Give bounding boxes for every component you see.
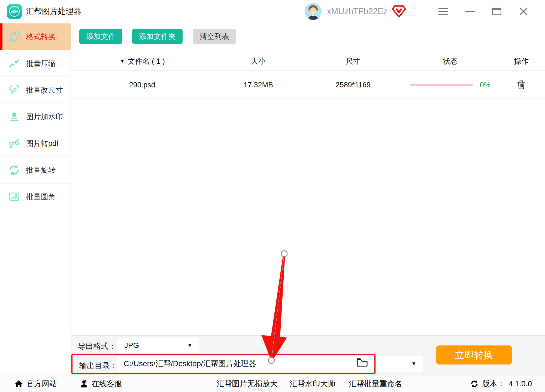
- titlebar: 汇帮图片处理器 xMUzhTFb22Ez: [0, 0, 545, 23]
- sidebar-item-batch-rotate[interactable]: 批量旋转: [0, 157, 71, 183]
- link-batch-rename[interactable]: 汇帮批量重命名: [349, 375, 402, 392]
- sidebar-item-label: 批量压缩: [26, 59, 56, 68]
- export-panel: 导出格式： JPG ▼ 输出目录： C:/Users/汇帮/Desktop/汇帮…: [71, 335, 545, 375]
- folder-icon: [356, 357, 368, 367]
- sidebar-item-batch-rounded-corner[interactable]: 批量圆角: [0, 183, 71, 210]
- close-icon: [519, 7, 528, 16]
- sidebar-item-image-to-pdf[interactable]: 图片转pdf: [0, 130, 71, 157]
- link-label: 汇帮批量重命名: [349, 379, 402, 389]
- output-dir-select[interactable]: C:/Users/汇帮/Desktop/汇帮图片处理器 ▼: [117, 356, 423, 372]
- column-header-filename[interactable]: ▼ 文件名 ( 1 ): [71, 56, 213, 66]
- link-label: 汇帮水印大师: [290, 379, 335, 389]
- sidebar-item-label: 批量圆角: [26, 192, 56, 202]
- clear-list-button[interactable]: 清空列表: [193, 29, 236, 44]
- export-format-value: JPG: [124, 341, 139, 350]
- browse-folder-button[interactable]: [356, 357, 368, 368]
- add-file-button[interactable]: 添加文件: [79, 29, 122, 44]
- cell-status: 0%: [403, 81, 498, 89]
- official-site-label: 官方网站: [26, 379, 57, 389]
- main-content: 添加文件 添加文件夹 清空列表 ▼ 文件名 ( 1 ) 大小 尺寸 状态 操作 …: [71, 23, 545, 335]
- maximize-icon: [492, 8, 501, 15]
- avatar-image: [305, 3, 322, 20]
- rotate-icon: [8, 164, 20, 176]
- column-header-dimensions: 尺寸: [303, 56, 403, 66]
- column-header-size: 大小: [213, 56, 303, 66]
- online-service-link[interactable]: 在线客服: [72, 375, 130, 392]
- user-account[interactable]: xMUzhTFb22Ez: [305, 3, 406, 20]
- table-header: ▼ 文件名 ( 1 ) 大小 尺寸 状态 操作: [71, 52, 545, 71]
- cell-filename: 290.psd: [71, 81, 213, 89]
- trash-icon: [517, 80, 526, 90]
- link-lossless-enlarge[interactable]: 汇帮图片无损放大: [217, 375, 278, 392]
- sidebar-item-batch-resize[interactable]: 批量改尺寸: [0, 77, 71, 103]
- sidebar-item-batch-compress[interactable]: 批量压缩: [0, 50, 71, 77]
- export-format-label: 导出格式：: [78, 341, 116, 351]
- app-title: 汇帮图片处理器: [26, 6, 81, 17]
- online-service-label: 在线客服: [92, 379, 122, 389]
- cell-size: 17.32MB: [213, 81, 303, 89]
- column-header-label: 文件名 ( 1 ): [128, 56, 165, 66]
- window-controls: [430, 3, 537, 20]
- output-dir-label: 输出目录：: [79, 361, 117, 371]
- rounded-image-icon: [8, 191, 20, 203]
- compress-icon: [8, 57, 20, 69]
- format-convert-icon: [8, 31, 20, 43]
- sidebar-item-label: 图片转pdf: [26, 139, 59, 148]
- sidebar-item-label: 批量改尺寸: [26, 85, 63, 95]
- version-label: 版本：: [482, 379, 505, 389]
- sidebar: 格式转换 批量压缩 批量改尺寸: [0, 23, 71, 375]
- resize-wand-icon: [8, 84, 20, 96]
- close-button[interactable]: [510, 3, 537, 20]
- minimize-icon: [465, 11, 475, 12]
- watermark-stamp-icon: [8, 111, 20, 123]
- app-logo: [7, 4, 22, 19]
- pdf-icon: [8, 137, 20, 149]
- chevron-down-icon: ▼: [411, 361, 416, 367]
- update-icon: [470, 380, 479, 388]
- link-label: 汇帮图片无损放大: [217, 379, 278, 389]
- delete-row-button[interactable]: [516, 79, 527, 91]
- sort-desc-icon[interactable]: ▼: [120, 58, 125, 64]
- official-site-link[interactable]: 官方网站: [0, 375, 72, 392]
- version-value: 4.1.0.0: [508, 379, 532, 388]
- sidebar-item-add-watermark[interactable]: 图片加水印: [0, 103, 71, 130]
- username: xMUzhTFb22Ez: [327, 7, 387, 16]
- version-info: 版本：4.1.0.0: [470, 375, 532, 392]
- progress-bar: [410, 84, 473, 86]
- progress-percent: 0%: [480, 81, 491, 89]
- customer-service-icon: [80, 380, 88, 388]
- vip-badge-icon[interactable]: [392, 5, 406, 18]
- hamburger-icon: [438, 8, 448, 15]
- home-icon: [15, 380, 23, 388]
- menu-button[interactable]: [430, 3, 457, 20]
- add-folder-button[interactable]: 添加文件夹: [132, 29, 183, 44]
- cell-dimensions: 2589*1169: [303, 81, 403, 89]
- swap-arrows-icon: [8, 5, 20, 17]
- statusbar: 官方网站 在线客服 汇帮图片无损放大 汇帮水印大师 汇帮批量重命名 版本：4.1…: [0, 375, 545, 392]
- chevron-down-icon: ▼: [187, 342, 192, 348]
- link-watermark-master[interactable]: 汇帮水印大师: [290, 375, 335, 392]
- sidebar-item-label: 批量旋转: [26, 165, 56, 175]
- minimize-button[interactable]: [457, 3, 483, 20]
- cell-action: [498, 79, 545, 91]
- sidebar-item-label: 格式转换: [26, 32, 56, 42]
- maximize-button[interactable]: [483, 3, 510, 20]
- export-format-select[interactable]: JPG ▼: [117, 338, 199, 353]
- sidebar-item-format-convert[interactable]: 格式转换: [0, 23, 71, 50]
- convert-now-button[interactable]: 立即转换: [436, 345, 512, 365]
- column-header-status: 状态: [403, 56, 498, 66]
- column-header-action: 操作: [498, 56, 545, 66]
- sidebar-item-label: 图片加水印: [26, 112, 63, 122]
- avatar[interactable]: [305, 3, 322, 20]
- table-row[interactable]: 290.psd 17.32MB 2589*1169 0%: [71, 72, 545, 99]
